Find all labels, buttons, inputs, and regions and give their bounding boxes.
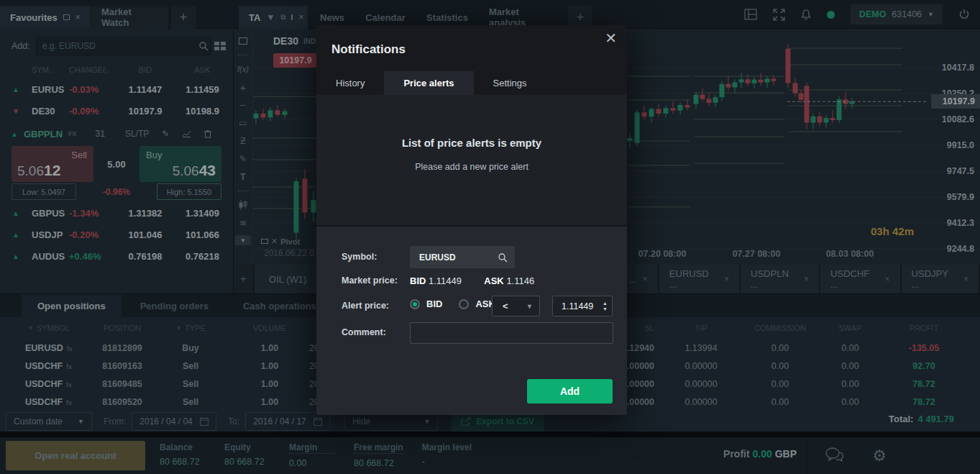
stepper-arrows[interactable]: ▲▼	[603, 301, 608, 311]
price-alert-form: Symbol: EURUSD Market price: BID 1.11449…	[316, 225, 627, 415]
tab-label: Price alerts	[403, 78, 454, 88]
empty-state-title: List of price alerts is empty	[316, 95, 627, 149]
ask-radio[interactable]	[459, 299, 469, 309]
tab-settings[interactable]: Settings	[474, 71, 546, 95]
close-icon[interactable]: ✕	[605, 31, 617, 45]
market-price-values: BID 1.11449 ASK 1.1146	[410, 275, 534, 286]
market-price-label: Market price:	[342, 275, 398, 286]
alert-price-input[interactable]: 1.11449 ▲▼	[552, 296, 613, 316]
alert-price-value: 1.11449	[562, 301, 593, 311]
tab-label: History	[336, 78, 365, 88]
ask-value: 1.1146	[506, 275, 534, 286]
alert-symbol-input[interactable]: EURUSD	[410, 246, 515, 268]
bid-label: BID	[410, 275, 426, 286]
bid-value: 1.11449	[429, 275, 462, 286]
search-icon[interactable]	[498, 252, 508, 263]
bid-ask-radio-group: BID ASK	[410, 298, 505, 309]
condition-dropdown[interactable]: < ▼	[492, 296, 540, 316]
notifications-modal: Notifications ✕ History Price alerts Set…	[316, 25, 627, 415]
add-alert-button[interactable]: Add	[527, 379, 613, 404]
symbol-label: Symbol:	[342, 252, 377, 262]
comment-input[interactable]	[410, 322, 613, 344]
bid-radio[interactable]	[410, 299, 420, 309]
ask-label: ASK	[484, 275, 503, 286]
tab-history[interactable]: History	[316, 71, 384, 95]
step-down-icon[interactable]: ▼	[603, 306, 608, 311]
tab-label: Settings	[493, 78, 527, 88]
trading-platform-window: Favourites × Market Watch + TA ▼ ⧉ × New…	[0, 0, 980, 474]
alert-symbol-value: EURUSD	[419, 252, 456, 263]
alert-price-label: Alert price:	[342, 301, 389, 311]
bid-radio-label[interactable]: BID	[426, 298, 442, 309]
modal-title: Notifications	[331, 42, 406, 57]
modal-tabs: History Price alerts Settings	[316, 71, 627, 95]
step-up-icon[interactable]: ▲	[603, 301, 608, 306]
comment-label: Comment:	[342, 327, 386, 337]
condition-value: <	[503, 301, 508, 311]
modal-header: Notifications ✕	[316, 25, 627, 71]
tab-price-alerts[interactable]: Price alerts	[384, 71, 473, 95]
empty-state-subtitle: Please add a new price alert	[316, 149, 627, 172]
empty-state: List of price alerts is empty Please add…	[316, 95, 627, 225]
chevron-down-icon: ▼	[526, 303, 533, 310]
